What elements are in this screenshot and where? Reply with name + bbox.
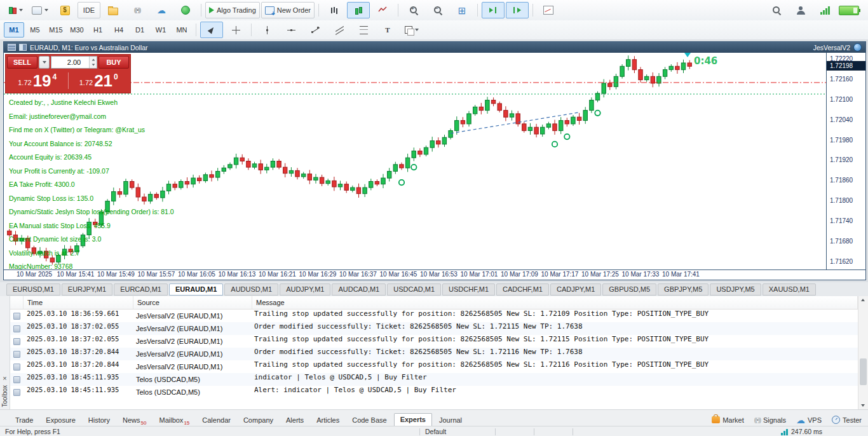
log-header-source[interactable]: Source: [133, 296, 252, 309]
account-button[interactable]: [789, 2, 812, 18]
chart-tab-euraud-m1[interactable]: EURAUD,M1: [169, 283, 223, 296]
chart-tab-gbpjpy-m5[interactable]: GBPJPY,M5: [658, 283, 709, 296]
vertical-line-tool-button[interactable]: [255, 22, 278, 38]
timeframe-h1[interactable]: H1: [88, 22, 108, 37]
lot-size-stepper[interactable]: [89, 57, 97, 68]
sell-price: 1.72 19 4: [7, 72, 68, 89]
report-tab-history[interactable]: History: [83, 414, 116, 426]
chart-profiles-button[interactable]: [28, 2, 52, 18]
log-row[interactable]: 2025.03.10 18:36:59.661JesVersalV2 (EURA…: [10, 310, 858, 322]
scroll-up-icon[interactable]: [861, 299, 865, 301]
sell-button[interactable]: SELL: [7, 56, 37, 69]
log-header-message[interactable]: Message: [252, 296, 858, 309]
zoom-out-button[interactable]: −: [426, 2, 449, 18]
signals-button[interactable]: Signals: [754, 416, 786, 424]
chart-tab-gbpusd-m5[interactable]: GBPUSD,M5: [602, 283, 656, 296]
chart-tab-eurjpy-m1[interactable]: EURJPY,M1: [62, 283, 112, 296]
auto-scroll-button[interactable]: [482, 2, 505, 18]
new-chart-icon: [8, 6, 17, 15]
candle-chart-mode-button[interactable]: [347, 2, 370, 18]
report-tab-journal[interactable]: Journal: [433, 414, 468, 426]
timeframe-mn[interactable]: MN: [172, 22, 192, 37]
chart-tab-eurcad-m1[interactable]: EURCAD,M1: [114, 283, 168, 296]
log-row[interactable]: 2025.03.10 18:37:02.055JesVersalV2 (EURA…: [10, 322, 858, 335]
timeframe-m15[interactable]: M15: [46, 22, 66, 37]
buy-button[interactable]: BUY: [98, 56, 129, 69]
report-tab-mailbox[interactable]: Mailbox15: [153, 414, 195, 426]
one-click-menu-button[interactable]: [39, 56, 50, 69]
chart-shift-button[interactable]: [506, 2, 529, 18]
chart-tab-xauusd-m1[interactable]: XAUUSD,M1: [763, 283, 816, 296]
log-row[interactable]: 2025.03.10 18:45:11.935Telos (USDCAD,M5)…: [10, 373, 858, 386]
toolbox-scrollbar[interactable]: [858, 296, 868, 409]
text-tool-button[interactable]: [376, 22, 399, 38]
timeframe-w1[interactable]: W1: [151, 22, 171, 37]
chart-tab-usdcad-m1[interactable]: USDCAD,M1: [387, 283, 441, 296]
price-axis[interactable]: 1.72198 1.722201.721601.721001.720401.71…: [826, 53, 865, 269]
tile-windows-button[interactable]: [451, 2, 473, 18]
log-row[interactable]: 2025.03.10 18:37:02.055JesVersalV2 (EURA…: [10, 335, 858, 348]
chart-plot[interactable]: SELL 2.00 BUY 1.72 19: [4, 53, 826, 269]
search-button[interactable]: [765, 2, 788, 18]
ide-button[interactable]: IDE: [78, 2, 100, 18]
report-tab-code-base[interactable]: Code Base: [346, 414, 392, 426]
close-icon[interactable]: [3, 375, 6, 381]
strategy-tester-button[interactable]: [537, 2, 560, 18]
channel-tool-button[interactable]: [328, 22, 351, 38]
timeframe-h4[interactable]: H4: [109, 22, 129, 37]
fibonacci-tool-button[interactable]: [352, 22, 375, 38]
timeframe-m5[interactable]: M5: [25, 22, 45, 37]
chart-area: EURAUD, M1: Euro vs Australian Dollar Je…: [0, 39, 868, 286]
report-tab-exposure[interactable]: Exposure: [40, 414, 81, 426]
scrollbar-thumb[interactable]: [860, 358, 867, 385]
tester-button[interactable]: Tester: [832, 416, 862, 424]
chart-tab-eurusd-m1[interactable]: EURUSD,M1: [6, 283, 60, 296]
connection-status-button[interactable]: [813, 2, 836, 18]
lot-size-input[interactable]: 2.00: [51, 56, 97, 69]
log-row[interactable]: 2025.03.10 18:37:20.844JesVersalV2 (EURA…: [10, 360, 858, 373]
zoom-in-button[interactable]: +: [402, 2, 425, 18]
crosshair-tool-button[interactable]: [224, 22, 247, 38]
timeframe-d1[interactable]: D1: [130, 22, 150, 37]
report-tab-trade[interactable]: Trade: [10, 414, 39, 426]
chart-tab-usdjpy-m5[interactable]: USDJPY,M5: [710, 283, 761, 296]
broadcast-button[interactable]: [126, 2, 149, 18]
new-order-button[interactable]: New Order: [261, 2, 315, 18]
chart-tab-audjpy-m1[interactable]: AUDJPY,M1: [280, 283, 330, 296]
log-row[interactable]: 2025.03.10 18:45:11.935Telos (USDCAD,M5)…: [10, 386, 858, 399]
chart-tab-cadchf-m1[interactable]: CADCHF,M1: [496, 283, 549, 296]
bar-chart-mode-button[interactable]: [323, 2, 346, 18]
shapes-tool-button[interactable]: [400, 22, 423, 38]
report-tab-news[interactable]: News50: [117, 414, 152, 426]
community-button[interactable]: [174, 2, 197, 18]
cursor-tool-button[interactable]: [200, 22, 223, 38]
toolbox-panel: Toolbox Time Source Message 2025.03.10 1…: [0, 296, 868, 409]
chart-tab-audcad-m1[interactable]: AUDCAD,M1: [332, 283, 386, 296]
log-row[interactable]: 2025.03.10 18:37:20.844JesVersalV2 (EURA…: [10, 348, 858, 360]
trendline-tool-button[interactable]: [304, 22, 327, 38]
data-folder-button[interactable]: [102, 2, 125, 18]
report-tab-alerts[interactable]: Alerts: [280, 414, 309, 426]
horizontal-line-tool-button[interactable]: [280, 22, 302, 38]
report-tab-company[interactable]: Company: [238, 414, 279, 426]
log-header-time[interactable]: Time: [24, 296, 133, 309]
profile-selector[interactable]: Default: [420, 428, 495, 435]
timeframe-m1[interactable]: M1: [4, 22, 24, 37]
report-tab-experts[interactable]: Experts: [394, 413, 432, 426]
report-tab-articles[interactable]: Articles: [311, 414, 345, 426]
algo-trading-button[interactable]: Algo Trading: [205, 2, 260, 18]
market-button[interactable]: Market: [712, 416, 744, 424]
chart-tab-cadjpy-m1[interactable]: CADJPY,M1: [550, 283, 601, 296]
vps-button[interactable]: VPS: [796, 416, 822, 424]
chart-titlebar[interactable]: EURAUD, M1: Euro vs Australian Dollar Je…: [4, 42, 865, 53]
chart-tab-usdchf-m1[interactable]: USDCHF,M1: [442, 283, 495, 296]
scroll-down-icon[interactable]: [861, 404, 865, 407]
chart-tab-audusd-m1[interactable]: AUDUSD,M1: [224, 283, 278, 296]
market-watch-button[interactable]: [53, 2, 76, 18]
report-tab-calendar[interactable]: Calendar: [196, 414, 236, 426]
cloud-button[interactable]: [150, 2, 173, 18]
time-axis[interactable]: 10 Mar 202510 Mar 15:4110 Mar 15:4910 Ma…: [4, 269, 865, 280]
line-chart-mode-button[interactable]: [371, 2, 394, 18]
new-chart-button[interactable]: [4, 2, 27, 18]
timeframe-m30[interactable]: M30: [67, 22, 87, 37]
